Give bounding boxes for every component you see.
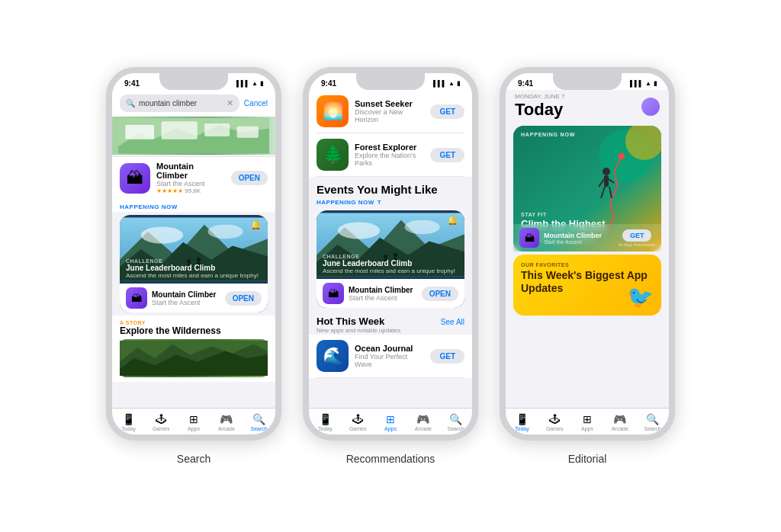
games-tab-label-rec: Games [349,426,367,431]
tab-arcade-editorial[interactable]: 🎮 Arcade [603,413,636,431]
rec-app-ocean[interactable]: 🌊 Ocean Journal Find Your Perfect Wave G… [317,335,464,378]
sunset-info: Sunset Seeker Discover a New Horizon [355,99,424,123]
rec-app-forest[interactable]: 🌲 Forest Explorer Explore the Nation's P… [317,133,464,177]
app-info-search: Mountain Climber Start the Ascent ★★★★★ … [156,162,225,194]
today-header-editorial: MONDAY, JUNE 7 Today [506,90,669,123]
featured-get-area: GET In-App Purchases [619,229,655,247]
hot-week-title-block: Hot This Week New apps and notable updat… [317,316,400,334]
phone-label-rec: Recommendations [346,453,435,465]
forest-name: Forest Explorer [355,143,424,152]
story-img-search [120,339,268,377]
rec-scroll-area[interactable]: 🌅 Sunset Seeker Discover a New Horizon G… [309,90,472,408]
tab-arcade-rec[interactable]: 🎮 Arcade [407,413,439,431]
tab-games-editorial[interactable]: 🕹 Games [538,413,571,431]
search-tab-icon-active: 🔍 [252,413,265,425]
screen-search: 9:41 ▌▌▌ ▲ ▮ 🔍 mountain climber ✕ Cancel [112,73,275,434]
clear-search-icon[interactable]: ✕ [227,98,233,108]
events-header-rec: Events You Might Like [309,177,472,197]
today-date-editorial: MONDAY, JUNE 7 [515,93,565,100]
tab-apps-search[interactable]: ⊞ Apps [178,413,211,431]
open-button-search[interactable]: OPEN [231,171,268,185]
phone-notch-search [159,73,228,90]
search-icon-sm: 🔍 [126,99,135,107]
svg-rect-2 [125,125,154,139]
apps-tab-icon: ⊞ [189,413,198,425]
tab-bar-editorial: 📱 Today 🕹 Games ⊞ Apps 🎮 Arcade [506,408,669,434]
svg-point-21 [338,222,380,239]
event-open-button-search[interactable]: OPEN [225,291,262,306]
event-card-search[interactable]: 🔔 CHALLENGE June Leaderboard Climb Ascen… [120,215,268,312]
svg-point-30 [619,153,625,159]
app-name-search: Mountain Climber [156,162,225,180]
tab-search-search[interactable]: 🔍 Search [243,413,275,431]
event-text-rec: CHALLENGE June Leaderboard Climb Ascend … [323,254,455,274]
map-strip [112,117,275,155]
tab-search-rec[interactable]: 🔍 Search [439,413,472,431]
sunset-seeker-icon: 🌅 [317,95,349,127]
svg-rect-32 [604,175,609,187]
tab-bar-search: 📱 Today 🕹 Games ⊞ Apps 🎮 Arcade [112,408,275,434]
editorial-scroll-area[interactable]: HAPPENING NOW STAY FIT Climb the Highest… [506,123,669,408]
featured-get-button[interactable]: GET [622,229,652,242]
tab-today-rec[interactable]: 📱 Today [309,413,342,431]
mountain-climber-icon: 🏔 [120,163,150,194]
hot-week-header-rec: Hot This Week New apps and notable updat… [309,311,472,335]
tab-search-editorial[interactable]: 🔍 Search [636,413,669,431]
wifi-icon: ▲ [252,80,258,87]
happening-now-rec-label: HAPPENING NOW [317,199,374,206]
featured-app-sub: Start the Ascent [544,239,614,245]
happening-now-header-search: HAPPENING NOW [112,199,275,212]
event-card-rec[interactable]: 🔔 CHALLENGE June Leaderboard Climb Ascen… [317,210,464,308]
in-app-note: In-App Purchases [619,242,655,247]
tab-today-search[interactable]: 📱 Today [112,413,145,431]
tab-arcade-search[interactable]: 🎮 Arcade [210,413,243,431]
yellow-card-editorial[interactable]: OUR FAVORITES This Week's Biggest App Up… [513,255,661,316]
search-scroll-area[interactable]: 🏔 Mountain Climber Start the Ascent ★★★★… [112,117,275,408]
search-tab-icon-rec: 🔍 [449,413,462,425]
story-section-search[interactable]: A STORY Explore the Wilderness [112,316,275,382]
event-text-search: CHALLENGE June Leaderboard Climb Ascend … [126,258,259,279]
app-result-row[interactable]: 🏔 Mountain Climber Start the Ascent ★★★★… [112,156,275,199]
featured-app-strip: 🏔 Mountain Climber Start the Ascent GET … [513,224,661,252]
tab-apps-editorial[interactable]: ⊞ Apps [571,413,604,431]
sunset-get-button[interactable]: GET [430,104,464,119]
forest-get-button[interactable]: GET [430,148,464,162]
see-all-link-rec[interactable]: See All [441,318,464,326]
happening-now-label-search: HAPPENING NOW [120,204,268,210]
hot-week-list-rec: 🌊 Ocean Journal Find Your Perfect Wave G… [309,335,472,378]
phone-label-editorial: Editorial [568,453,607,465]
screen-editorial: 9:41 ▌▌▌ ▲ ▮ MONDAY, JUNE 7 Today [506,73,669,434]
featured-card-editorial[interactable]: HAPPENING NOW STAY FIT Climb the Highest… [513,126,661,252]
phone-recommendations: 9:41 ▌▌▌ ▲ ▮ 🌅 Sunset Seeker [303,67,478,441]
event-bell-icon-rec[interactable]: 🔔 [447,215,458,226]
tab-games-rec[interactable]: 🕹 Games [342,413,374,431]
phone-notch-editorial [553,73,622,90]
apps-tab-icon-editorial: ⊞ [583,413,592,425]
rec-app-sunset[interactable]: 🌅 Sunset Seeker Discover a New Horizon G… [317,90,464,133]
event-app-icon-search: 🏔 [126,287,147,309]
arcade-tab-icon-editorial: 🎮 [613,413,626,425]
tab-games-search[interactable]: 🕹 Games [145,413,178,431]
ocean-get-button[interactable]: GET [430,349,464,364]
tab-apps-rec[interactable]: ⊞ Apps [374,413,407,431]
event-open-button-rec[interactable]: OPEN [422,287,458,301]
user-avatar-editorial[interactable] [641,98,660,116]
today-tab-label: Today [121,426,136,431]
apps-tab-label-rec-active: Apps [384,426,397,431]
hot-week-sub: New apps and notable updates [317,327,400,334]
happening-now-rec-link[interactable]: T [378,199,381,206]
tab-today-editorial[interactable]: 📱 Today [506,413,538,431]
ocean-sub: Find Your Perfect Wave [355,353,424,368]
today-tab-label-editorial-active: Today [515,426,529,431]
featured-app-info: Mountain Climber Start the Ascent [544,232,614,245]
cancel-button[interactable]: Cancel [244,99,268,107]
event-app-icon-rec: 🏔 [323,283,344,304]
search-bar[interactable]: 🔍 mountain climber ✕ [120,95,239,112]
battery-icon-editorial: ▮ [654,80,657,87]
happening-now-rec-row: HAPPENING NOW T [309,197,472,207]
battery-icon: ▮ [260,80,263,87]
search-tab-label-rec: Search [447,426,464,431]
event-bell-icon-search[interactable]: 🔔 [250,220,262,230]
apps-tab-label: Apps [188,426,200,431]
games-tab-icon-rec: 🕹 [352,413,363,425]
